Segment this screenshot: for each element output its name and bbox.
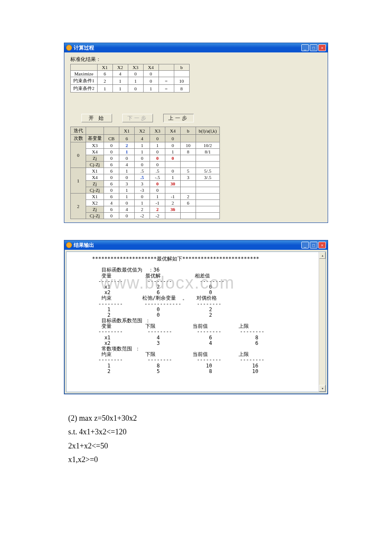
simplex-cell: 0 [104, 174, 119, 181]
simplex-cell: 1 [165, 149, 181, 155]
simplex-subheader: CB [104, 135, 119, 142]
simplex-cell: 1 [135, 200, 150, 206]
basis-var: Zj [86, 181, 104, 187]
simplex-cell: 1 [135, 149, 150, 155]
std-cell: 6 [97, 71, 112, 77]
simplex-cell: 36 [165, 206, 181, 213]
simplex-cell: 5 [181, 168, 196, 174]
start-button[interactable]: 开 始 [81, 114, 112, 122]
simplex-header: b [181, 127, 196, 135]
simplex-cell: 3/.5 [196, 174, 220, 181]
next-button[interactable]: 下一步 [122, 114, 153, 122]
window-result-output: 结果输出 _ □ × www.bdocx.com ***************… [64, 240, 328, 394]
iter-num: 1 [71, 168, 86, 194]
std-cell: 1 [143, 85, 159, 92]
std-cell: 8 [174, 85, 189, 92]
app-icon [66, 242, 72, 248]
std-cell: 10 [174, 77, 189, 85]
simplex-cell: .5 [150, 168, 165, 174]
std-cell: Maximize [71, 71, 98, 77]
simplex-cell: 5/.5 [196, 168, 220, 174]
simplex-cell: 10/2 [196, 142, 220, 149]
prev-button[interactable]: 上一步 [163, 114, 194, 122]
basis-var: X1 [86, 168, 104, 174]
scroll-track[interactable] [319, 259, 326, 385]
simplex-cell: 0 [104, 155, 119, 162]
problem-line-1: (2) max z=50x1+30x2 [68, 411, 328, 425]
simplex-cell: 0 [150, 149, 165, 155]
window-title-calc: 计算过程 [74, 44, 301, 52]
close-button[interactable]: × [318, 242, 326, 249]
simplex-cell: -3 [135, 187, 150, 194]
window-calc-process: 计算过程 _ □ × 标准化结果： X1X2X3X4bMaximize6400约… [64, 43, 328, 223]
simplex-cell [196, 162, 220, 168]
simplex-cell: 10 [181, 142, 196, 149]
basis-var: Cj-Zj [86, 187, 104, 194]
simplex-header: X4 [165, 127, 181, 135]
simplex-header: X2 [135, 127, 150, 135]
simplex-cell [181, 162, 196, 168]
simplex-cell: 0 [104, 213, 119, 219]
std-header: X2 [112, 64, 128, 71]
simplex-cell: 0 [150, 187, 165, 194]
simplex-table: 迭代X1X2X3X4bb(l)/a(l,k)次数基变量CB64000X30211… [70, 127, 220, 219]
simplex-cell: 3 [135, 181, 150, 187]
maximize-button[interactable]: □ [310, 242, 317, 249]
simplex-header [86, 127, 104, 135]
simplex-cell: 0 [119, 200, 135, 206]
simplex-cell: 0 [165, 168, 181, 174]
simplex-subheader: 0 [150, 135, 165, 142]
scrollbar[interactable]: ▴ ▾ [319, 252, 326, 392]
simplex-cell: 4 [104, 200, 119, 206]
problem-line-3: 2x1+x2<=50 [68, 439, 328, 453]
simplex-cell [196, 206, 220, 213]
simplex-cell: 0 [104, 149, 119, 155]
std-cell: 1 [112, 77, 128, 85]
simplex-cell: 4 [119, 206, 135, 213]
simplex-cell [181, 181, 196, 187]
simplex-cell: 0 [104, 142, 119, 149]
simplex-cell: 1 [150, 142, 165, 149]
std-cell: 约束条件2 [71, 85, 98, 92]
simplex-subheader: 4 [135, 135, 150, 142]
std-cell [159, 71, 174, 77]
std-header: b [174, 64, 189, 71]
std-cell: 1 [97, 85, 112, 92]
simplex-cell: 6 [181, 200, 196, 206]
simplex-cell [181, 213, 196, 219]
output-text: *********************最优解如下**************… [66, 252, 326, 374]
close-button[interactable]: × [318, 44, 326, 51]
basis-var: X4 [86, 149, 104, 155]
titlebar-calc[interactable]: 计算过程 _ □ × [64, 43, 328, 52]
simplex-header: 迭代 [71, 127, 86, 135]
minimize-button[interactable]: _ [301, 242, 309, 249]
simplex-cell: 2 [165, 200, 181, 206]
basis-var: Cj-Zj [86, 213, 104, 219]
simplex-cell: 1 [119, 187, 135, 194]
std-table: X1X2X3X4bMaximize6400约束条件12110=10约束条件211… [70, 64, 190, 92]
simplex-cell [196, 187, 220, 194]
scroll-down-icon[interactable]: ▾ [319, 385, 326, 392]
std-header: X3 [128, 64, 143, 71]
simplex-cell: 2 [181, 194, 196, 200]
scroll-up-icon[interactable]: ▴ [319, 252, 326, 259]
simplex-cell [196, 200, 220, 206]
problem-text: (2) max z=50x1+30x2 s.t. 4x1+3x2<=120 2x… [64, 411, 328, 467]
simplex-cell: 0 [150, 181, 165, 187]
simplex-cell [196, 155, 220, 162]
basis-var: X2 [86, 200, 104, 206]
minimize-button[interactable]: _ [301, 44, 309, 51]
simplex-cell: 0 [135, 162, 150, 168]
problem-line-4: x1,x2>=0 [68, 453, 328, 466]
simplex-cell: 0 [150, 155, 165, 162]
simplex-header: X1 [119, 127, 135, 135]
simplex-header: X3 [150, 127, 165, 135]
simplex-cell: 8 [181, 149, 196, 155]
basis-var: X4 [86, 174, 104, 181]
std-cell: = [159, 85, 174, 92]
simplex-cell: -.5 [150, 174, 165, 181]
titlebar-output[interactable]: 结果输出 _ □ × [64, 240, 328, 250]
std-cell: = [159, 77, 174, 85]
maximize-button[interactable]: □ [310, 44, 317, 51]
simplex-cell: 0 [165, 142, 181, 149]
